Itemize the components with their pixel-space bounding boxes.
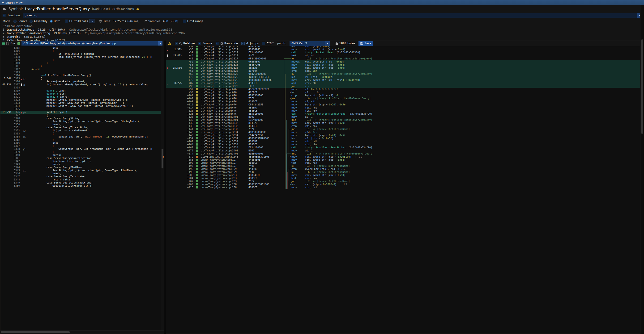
mode-radio-source[interactable]: Source (14, 19, 28, 23)
asm-row[interactable]: +179..1103\include\atomic:1048488B05B63C… (166, 155, 640, 158)
source-hscrollbar[interactable] (0, 331, 164, 334)
asm-row[interactable]: +174..t\TracyProfiler.cpp:3401E9B8010000… (166, 152, 640, 155)
asm-row[interactable]: +99..t\TracyProfiler.hpp:67649FFC1incr9 … (166, 91, 640, 94)
asm-source-location[interactable]: ..mon\TracySystem.cpp:258 (199, 186, 248, 189)
source-line[interactable]: 3332@3 if( ptr == m_mainThread ) (0, 129, 164, 132)
asm-row[interactable]: +46..t\TracyProfiler.cpp:33170F843502000… (166, 57, 640, 60)
collapse-icon[interactable]: ▼ (2, 2, 4, 4)
save-button[interactable]: Save (358, 41, 373, 46)
asm-source-location[interactable]: ..t\TracyProfiler.cpp:3401 (199, 152, 248, 155)
asm-row[interactable]: +161..t\TracyProfiler.cpp:3334488BD7movr… (166, 140, 640, 143)
source-line[interactable]: 3341 case ServerQuerySourceLocation: (0, 157, 164, 160)
mode-radio-assembly[interactable]: Assembly (30, 19, 48, 23)
source-line[interactable]: 3336 else (0, 141, 164, 144)
asm-row[interactable]: +79..t\TracyProfiler.cpp:3326418B8C80E0B… (166, 79, 640, 82)
asm-row[interactable]: +102..t\TracyProfiler.hpp:67642803C0F00c… (166, 94, 640, 97)
asm-source-location[interactable]: ..1103\include\atomic:1048 (199, 155, 248, 158)
asm-source-location[interactable]: ..t\TracyProfiler.cpp:3334 (199, 134, 248, 137)
pane-divider[interactable] (164, 41, 166, 334)
source-line[interactable]: 3344 case ServerQueryPlotName: (0, 166, 164, 169)
title-bar[interactable]: ▼ Source view (0, 0, 644, 5)
uarch-combo[interactable]: AMD Zen 3 (290, 41, 330, 46)
asm-source-location[interactable]: ..t\TracyProfiler.cpp:3334 (199, 143, 248, 146)
asm-source-location[interactable]: ..mon\TracySystem.cpp:203 (199, 177, 248, 180)
asm-row[interactable]: 0.22%+87..t\TracyProfiler.cpp:33264903C8… (166, 82, 640, 85)
source-line[interactable]: 3316 ServerQueryPacket payload; (0, 80, 164, 83)
function-combo[interactable]: [ - self - ] (23, 13, 642, 18)
source-line[interactable]: 3345@1 SendString( ptr, (const char*)ptr… (0, 169, 164, 172)
asm-source-location[interactable]: ..mon\TracySystem.cpp:197 (199, 158, 248, 161)
asm-source-location[interactable]: ..t\TracyProfiler.hpp:676 (199, 91, 248, 94)
source-line[interactable]: 3319 uint8_t type; (0, 89, 164, 92)
source-line[interactable]: 3318 (0, 86, 164, 89)
asm-row[interactable]: +128..t\TracyProfiler.cpp:3401B001moval,… (166, 115, 640, 118)
source-line[interactable]: 3350 QueueCallstackFrame( ptr ); (0, 184, 164, 187)
source-line[interactable]: 3349 case ServerQueryCallstackFrame: (0, 181, 164, 184)
source-line[interactable]: 3310 } (0, 62, 164, 65)
uarch-combo-arrow[interactable] (325, 41, 330, 46)
asm-source-location[interactable]: ..t\TracyProfiler.hpp:676 (199, 94, 248, 97)
asm-source-location[interactable]: ..t\TracyProfiler.cpp:3326 (199, 60, 248, 63)
source-line[interactable]: 3334@6 SendString( ptr, "Main thread", 1… (0, 135, 164, 138)
limit-range-checkbox[interactable]: Limit range (183, 19, 203, 23)
source-line[interactable]: 0.66%3315@7 { (0, 77, 164, 80)
function-checkbox[interactable]: ✓ (2, 14, 6, 17)
asm-source-location[interactable]: ..t\TracyProfiler.hpp:676 (199, 88, 248, 91)
asm-row[interactable]: 15.50%+60..t\TracyProfiler.cpp:33268B55A… (166, 66, 640, 69)
source-line[interactable]: 3327 { (0, 114, 164, 117)
asm-source-location[interactable]: ..t\TracyProfiler.cpp:3326 (199, 85, 248, 88)
asm-source-location[interactable]: ..t\TracyProfiler.cpp:3332 (199, 122, 248, 125)
asm-row[interactable]: +56..t\TracyProfiler.cpp:3326488B7D98mov… (166, 63, 640, 66)
asm-source-location[interactable]: ..mon\TracySystem.cpp:197 (199, 161, 248, 165)
asm-source-location[interactable]: ..mon\TracySystem.cpp:258 (199, 183, 248, 186)
asm-row[interactable]: +90..t\TracyProfiler.cpp:3326FFE1jmprcx (166, 85, 640, 88)
source-line[interactable]: 3348 return false; (0, 178, 164, 181)
asm-source-location[interactable]: ..t\TracyProfiler.cpp:3334 (199, 137, 248, 140)
asm-source-location[interactable]: ..t\TracyProfiler.cpp:3326 (199, 63, 248, 66)
asm-row[interactable]: +138..t\TracyProfiler.cpp:3332483BF8cmpr… (166, 125, 640, 128)
asm-source-location[interactable]: ..t\TracyProfiler.cpp:3326 (199, 72, 248, 75)
source-vscroll-thumb[interactable] (162, 149, 164, 168)
asm-row[interactable]: 45.41%+44..t\TracyProfiler.cpp:331784C0t… (166, 54, 640, 57)
source-line[interactable]: 3322 memcpy( &type, &payload.type, sizeo… (0, 98, 164, 101)
asm-source-location[interactable]: ..t\TracyProfiler.hpp:676 (199, 97, 248, 100)
raw-code-checkbox[interactable]: ✓ Raw code (216, 42, 238, 45)
asm-source-location[interactable]: ..t\TracyProfiler.cpp:3317 (199, 51, 248, 54)
source-line[interactable]: 3323 memcpy( &ptr, &payload.ptr, sizeof(… (0, 101, 164, 105)
asm-row[interactable]: +112..t\TracyProfiler.hpp:676C64424205Em… (166, 103, 640, 106)
asm-source-location[interactable]: ..t\TracyProfiler.cpp:3332 (199, 125, 248, 128)
source-line[interactable]: 3311 } (0, 65, 164, 68)
source-line[interactable]: 3321 uint32_t extra; (0, 95, 164, 98)
asm-row[interactable]: +186..mon\TracySystem.cpp:197448B4598mov… (166, 158, 640, 161)
asm-row[interactable]: +216..mon\TracySystem.cpp:258488BCEmovrc… (166, 186, 640, 189)
source-line[interactable]: 3337 { (0, 144, 164, 148)
asm-row[interactable]: +109..t\TracyProfiler.hpp:6764C8BC7movr8… (166, 100, 640, 103)
att-checkbox[interactable]: AT&T (262, 42, 274, 45)
asm-source-location[interactable]: ..mon\TracySystem.cpp:197 (199, 165, 248, 167)
source-line[interactable]: 3306 { (0, 49, 164, 52)
asm-row[interactable]: +195..mon\TracySystem.cpp:199443900cmpdw… (166, 167, 640, 170)
file-combo-arrow[interactable] (158, 41, 162, 45)
asm-row[interactable]: +92..t\TracyProfiler.hpp:67649C7C1FFFFFF… (166, 88, 640, 91)
asm-source-location[interactable]: ..t\TracyProfiler.cpp:3317 (199, 57, 248, 60)
source-line[interactable]: 3339 } (0, 151, 164, 154)
source-line[interactable]: 3314 bool Profiler::HandleServerQuery() (0, 74, 164, 77)
asm-source-location[interactable]: ..t\TracyProfiler.cpp:3332 (199, 128, 248, 131)
asm-source-location[interactable]: ..t\TracyProfiler.cpp:3326 (199, 79, 248, 82)
source-line[interactable]: 3308 std::this_thread::sleep_for( std::c… (0, 55, 164, 58)
asm-row[interactable]: +130..t\TracyProfiler.cpp:3401E9E4010000… (166, 118, 640, 122)
source-hscroll-thumb[interactable] (1, 331, 70, 333)
source-line[interactable]: 3329 SendString( ptr, (const char*)ptr, … (0, 120, 164, 123)
asm-row[interactable]: +143..t\TracyProfiler.cpp:333441B90B0000… (166, 131, 640, 134)
asm-source-location[interactable]: ..t\TracyProfiler.cpp:3326 (199, 75, 248, 79)
asm-row[interactable]: +66..t\TracyProfiler.cpp:33260F87CE06000… (166, 72, 640, 75)
asm-source-location[interactable]: ..mon\TracySystem.cpp:199 (199, 167, 248, 170)
source-line[interactable]: 3309 } (0, 58, 164, 62)
asm-source-location[interactable]: ..mon\TracySystem.cpp:199 (199, 170, 248, 173)
asm-source-location[interactable]: ..t\TracyProfiler.cpp:3326 (199, 69, 248, 72)
source-line[interactable]: 3330 break; (0, 123, 164, 126)
jumps-checkbox[interactable]: ✓ Jumps (241, 42, 259, 45)
source-line[interactable]: 3347 case ServerQueryTerminate: (0, 175, 164, 178)
asm-source-location[interactable]: ..t\TracyProfiler.cpp:3317 (199, 54, 248, 57)
asm-source-location[interactable]: ..t\TracyProfiler.cpp:3317 (199, 46, 248, 48)
